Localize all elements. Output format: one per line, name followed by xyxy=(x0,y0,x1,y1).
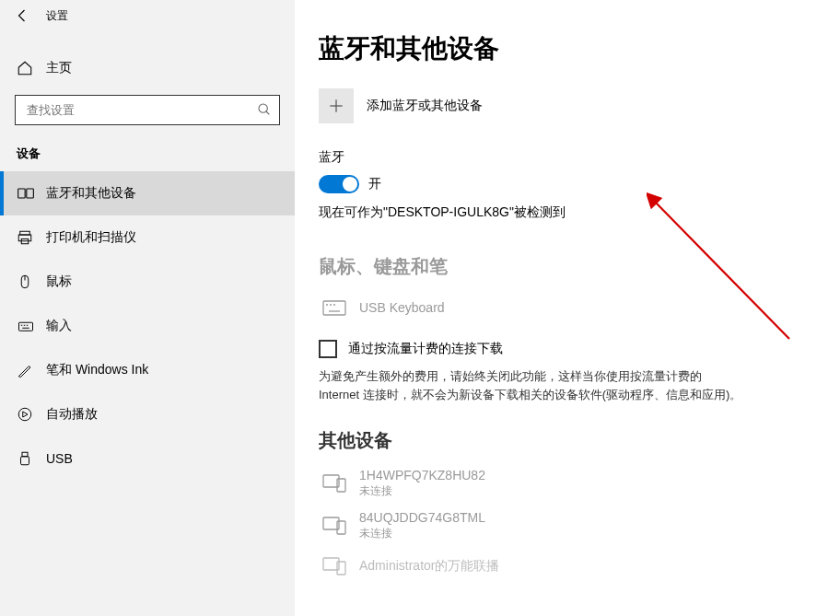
sidebar-item-mouse[interactable]: 鼠标 xyxy=(0,260,295,304)
sidebar-item-usb[interactable]: USB xyxy=(0,436,295,481)
search-container xyxy=(0,88,295,125)
device-name: USB Keyboard xyxy=(359,300,445,315)
device-row-keyboard[interactable]: USB Keyboard xyxy=(319,288,799,327)
metered-checkbox[interactable] xyxy=(319,340,337,358)
pen-icon xyxy=(17,362,37,378)
toggle-state-label: 开 xyxy=(368,176,381,192)
sidebar-item-label: 打印机和扫描仪 xyxy=(46,229,136,246)
device-info: 1H4WPFQ7KZ8HU82 未连接 xyxy=(359,468,485,499)
device-info: Administrator的万能联播 xyxy=(359,558,499,575)
bluetooth-section-label: 蓝牙 xyxy=(319,149,799,166)
back-button[interactable] xyxy=(7,0,39,31)
toggle-knob xyxy=(343,177,357,192)
sidebar-category-label: 设备 xyxy=(0,125,295,171)
title-bar: 设置 xyxy=(0,0,295,31)
group-heading-input: 鼠标、键盘和笔 xyxy=(319,254,799,279)
device-name: 1H4WPFQ7KZ8HU82 xyxy=(359,468,485,482)
svg-rect-18 xyxy=(323,301,345,315)
device-row[interactable]: Administrator的万能联播 xyxy=(319,547,799,586)
svg-point-0 xyxy=(259,104,267,112)
sidebar-item-label: USB xyxy=(46,451,73,466)
bluetooth-toggle-row: 开 xyxy=(319,175,799,193)
group-heading-other: 其他设备 xyxy=(319,428,799,453)
svg-rect-2 xyxy=(27,189,34,198)
device-row[interactable]: 84UQJDDG74G8TML 未连接 xyxy=(319,505,799,547)
keyboard-icon xyxy=(17,318,37,334)
device-generic-icon xyxy=(319,512,350,540)
device-info: USB Keyboard xyxy=(359,300,445,315)
usb-icon xyxy=(17,450,37,467)
metered-checkbox-label: 通过按流量计费的连接下载 xyxy=(348,341,503,357)
autoplay-icon xyxy=(17,406,37,423)
svg-rect-4 xyxy=(18,235,31,241)
svg-rect-15 xyxy=(21,457,29,465)
sidebar-item-label: 鼠标 xyxy=(46,273,72,290)
svg-rect-8 xyxy=(19,322,33,331)
add-device-label: 添加蓝牙或其他设备 xyxy=(367,98,483,114)
device-status: 未连接 xyxy=(359,483,485,499)
settings-sidebar: 设置 主页 设备 蓝牙和其他设备 打印机和扫描仪 xyxy=(0,0,295,616)
add-device-row[interactable]: 添加蓝牙或其他设备 xyxy=(319,88,799,123)
sidebar-item-printers[interactable]: 打印机和扫描仪 xyxy=(0,215,295,260)
sidebar-item-pen[interactable]: 笔和 Windows Ink xyxy=(0,348,295,392)
sidebar-item-label: 主页 xyxy=(46,60,72,76)
bluetooth-devices-icon xyxy=(17,184,37,203)
sidebar-item-typing[interactable]: 输入 xyxy=(0,304,295,348)
mouse-icon xyxy=(17,273,37,290)
bluetooth-discover-text: 现在可作为"DESKTOP-IGULK8G"被检测到 xyxy=(319,204,799,221)
sidebar-item-label: 输入 xyxy=(46,318,72,334)
sidebar-item-label: 自动播放 xyxy=(46,406,98,423)
plus-icon xyxy=(327,97,345,115)
svg-rect-1 xyxy=(18,189,26,198)
search-box[interactable] xyxy=(15,95,280,125)
main-content: 蓝牙和其他设备 添加蓝牙或其他设备 蓝牙 开 现在可作为"DESKTOP-IGU… xyxy=(295,0,840,616)
metered-checkbox-row[interactable]: 通过按流量计费的连接下载 xyxy=(319,340,799,358)
sidebar-item-autoplay[interactable]: 自动播放 xyxy=(0,392,295,436)
keyboard-device-icon xyxy=(319,294,350,321)
page-title: 蓝牙和其他设备 xyxy=(319,31,799,66)
device-generic-icon xyxy=(319,470,350,497)
device-name: Administrator的万能联播 xyxy=(359,558,499,575)
device-row[interactable]: 1H4WPFQ7KZ8HU82 未连接 xyxy=(319,462,799,505)
sidebar-item-bluetooth[interactable]: 蓝牙和其他设备 xyxy=(0,171,295,215)
bluetooth-toggle[interactable] xyxy=(319,175,359,193)
device-name: 84UQJDDG74G8TML xyxy=(359,510,485,525)
back-arrow-icon xyxy=(15,7,31,24)
search-input[interactable] xyxy=(16,96,279,124)
home-icon xyxy=(17,60,37,76)
sidebar-item-home[interactable]: 主页 xyxy=(0,48,295,88)
svg-rect-14 xyxy=(22,452,28,457)
svg-point-13 xyxy=(18,408,31,421)
svg-rect-3 xyxy=(20,231,30,235)
sidebar-item-label: 笔和 Windows Ink xyxy=(46,362,148,378)
search-icon xyxy=(257,102,272,117)
add-device-tile xyxy=(319,88,354,123)
metered-hint-text: 为避免产生额外的费用，请始终关闭此功能，这样当你使用按流量计费的 Interne… xyxy=(319,367,742,404)
device-status: 未连接 xyxy=(359,526,485,541)
titlebar-title: 设置 xyxy=(46,8,68,24)
device-info: 84UQJDDG74G8TML 未连接 xyxy=(359,510,485,541)
printer-icon xyxy=(17,229,37,246)
device-generic-icon xyxy=(319,552,350,580)
sidebar-item-label: 蓝牙和其他设备 xyxy=(46,185,136,202)
sidebar-nav: 蓝牙和其他设备 打印机和扫描仪 鼠标 输入 笔和 Windows Ink xyxy=(0,171,295,481)
